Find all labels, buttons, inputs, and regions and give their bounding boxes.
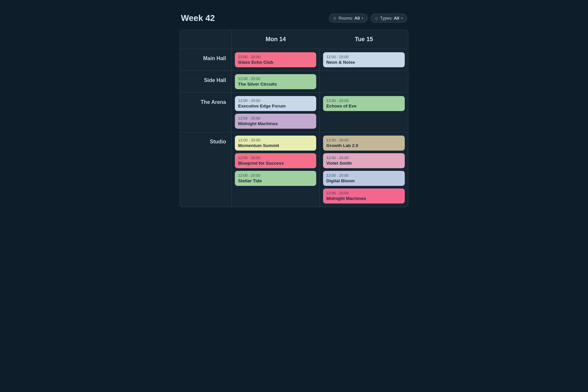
types-filter-button[interactable]: ◇ Types: All ▾ <box>371 14 407 23</box>
page-header: Week 42 ⊙ Rooms: All ▾ ◇ Types: All ▾ <box>180 13 408 23</box>
cell-room1-mon: 12:00 - 20:00The Silver Circuits <box>232 71 320 92</box>
event-name-room2-mon-0: Executive Edge Forum <box>238 104 313 108</box>
room-label-0: Main Hall <box>180 49 232 71</box>
rooms-value-text: All <box>354 16 360 21</box>
room-row-2: The Arena12:00 - 20:00Executive Edge For… <box>180 93 408 132</box>
calendar-grid: Mon 14 Tue 15 Main Hall12:00 - 20:00Glas… <box>180 30 408 207</box>
room-name-0: Main Hall <box>203 56 226 61</box>
rooms-icon: ⊙ <box>333 16 336 21</box>
room-row-3: Studio12:00 - 20:00Momentum Summit12:00 … <box>180 132 408 207</box>
event-card-room3-tue-2[interactable]: 12:00 - 20:00Digital Bloom <box>323 171 405 186</box>
event-name-room3-tue-1: Violet Smith <box>326 161 401 166</box>
event-name-room0-tue-0: Neon & Noise <box>326 60 401 65</box>
event-card-room3-tue-0[interactable]: 12:00 - 20:00Growth Lab 2.0 <box>323 136 405 151</box>
event-time-room2-mon-0: 12:00 - 20:00 <box>238 99 313 103</box>
event-time-room2-tue-0: 12:00 - 20:00 <box>326 99 401 103</box>
event-time-room3-tue-3: 12:00 - 20:00 <box>326 191 401 195</box>
header-filters: ⊙ Rooms: All ▾ ◇ Types: All ▾ <box>329 14 407 23</box>
event-time-room3-tue-1: 12:00 - 20:00 <box>326 156 401 160</box>
event-name-room3-tue-0: Growth Lab 2.0 <box>326 143 401 148</box>
room-name-1: Side Hall <box>204 77 226 83</box>
event-card-room3-mon-1[interactable]: 12:00 - 20:00Blueprint for Success <box>235 153 316 168</box>
day-header-tue: Tue 15 <box>320 30 408 49</box>
cell-room3-mon: 12:00 - 20:00Momentum Summit12:00 - 20:0… <box>232 132 320 207</box>
day-header-mon: Mon 14 <box>232 30 320 49</box>
event-name-room3-mon-2: Stellar Tide <box>238 178 313 183</box>
rooms-label-text: Rooms: <box>338 16 353 21</box>
event-name-room3-tue-3: Midnight Machines <box>326 196 401 201</box>
event-name-room3-mon-1: Blueprint for Success <box>238 161 313 166</box>
event-name-room3-mon-0: Momentum Summit <box>238 143 313 148</box>
event-card-room0-tue-0[interactable]: 12:00 - 20:00Neon & Noise <box>323 52 405 67</box>
event-card-room0-mon-0[interactable]: 12:00 - 20:00Glass Echo Club <box>235 52 316 67</box>
cell-room0-mon: 12:00 - 20:00Glass Echo Club <box>232 49 320 71</box>
room-label-1: Side Hall <box>180 71 232 92</box>
rooms-chevron-icon: ▾ <box>362 16 363 20</box>
room-name-3: Studio <box>210 139 226 145</box>
event-name-room0-mon-0: Glass Echo Club <box>238 60 313 65</box>
types-value-text: All <box>394 16 399 21</box>
event-time-room1-mon-0: 12:00 - 20:00 <box>238 77 313 81</box>
room-row-1: Side Hall12:00 - 20:00The Silver Circuit… <box>180 71 408 93</box>
types-chevron-icon: ▾ <box>401 16 403 20</box>
types-filter-label: Types: All <box>380 16 399 21</box>
room-name-2: The Arena <box>201 99 226 105</box>
room-label-2: The Arena <box>180 93 232 132</box>
cell-room0-tue: 12:00 - 20:00Neon & Noise <box>320 49 408 71</box>
event-name-room1-mon-0: The Silver Circuits <box>238 82 313 87</box>
page-wrapper: Week 42 ⊙ Rooms: All ▾ ◇ Types: All ▾ <box>180 13 408 207</box>
types-label-text: Types: <box>380 16 392 21</box>
calendar-body: Main Hall12:00 - 20:00Glass Echo Club12:… <box>180 49 408 207</box>
cell-room2-mon: 12:00 - 20:00Executive Edge Forum12:00 -… <box>232 93 320 132</box>
event-card-room3-mon-2[interactable]: 12:00 - 20:00Stellar Tide <box>235 171 316 186</box>
event-time-room0-tue-0: 12:00 - 20:00 <box>326 55 401 59</box>
event-time-room3-mon-0: 12:00 - 20:00 <box>238 138 313 142</box>
event-time-room0-mon-0: 12:00 - 20:00 <box>238 55 313 59</box>
types-icon: ◇ <box>375 16 378 21</box>
event-card-room3-mon-0[interactable]: 12:00 - 20:00Momentum Summit <box>235 136 316 151</box>
week-title: Week 42 <box>181 13 215 23</box>
cell-room2-tue: 12:00 - 20:00Echoes of Eve <box>320 93 408 132</box>
header-empty-cell <box>180 30 232 49</box>
event-card-room3-tue-1[interactable]: 12:00 - 20:00Violet Smith <box>323 153 405 168</box>
calendar-header-row: Mon 14 Tue 15 <box>180 30 408 49</box>
event-time-room3-mon-1: 12:00 - 20:00 <box>238 156 313 160</box>
event-name-room2-mon-1: Midnight Machines <box>238 121 313 126</box>
event-card-room2-mon-1[interactable]: 12:00 - 20:00Midnight Machines <box>235 114 316 129</box>
event-card-room3-tue-3[interactable]: 12:00 - 20:00Midnight Machines <box>323 188 405 204</box>
cell-room3-tue: 12:00 - 20:00Growth Lab 2.012:00 - 20:00… <box>320 132 408 207</box>
event-card-room2-tue-0[interactable]: 12:00 - 20:00Echoes of Eve <box>323 96 405 111</box>
rooms-filter-label: Rooms: All <box>338 16 360 21</box>
event-card-room2-mon-0[interactable]: 12:00 - 20:00Executive Edge Forum <box>235 96 316 111</box>
event-time-room3-mon-2: 12:00 - 20:00 <box>238 173 313 177</box>
event-time-room3-tue-0: 12:00 - 20:00 <box>326 138 401 142</box>
event-card-room1-mon-0[interactable]: 12:00 - 20:00The Silver Circuits <box>235 74 316 89</box>
event-time-room3-tue-2: 12:00 - 20:00 <box>326 173 401 177</box>
room-label-3: Studio <box>180 132 232 207</box>
room-row-0: Main Hall12:00 - 20:00Glass Echo Club12:… <box>180 49 408 71</box>
event-time-room2-mon-1: 12:00 - 20:00 <box>238 116 313 120</box>
rooms-filter-button[interactable]: ⊙ Rooms: All ▾ <box>329 14 368 23</box>
cell-room1-tue <box>320 71 408 92</box>
event-name-room2-tue-0: Echoes of Eve <box>326 104 401 108</box>
event-name-room3-tue-2: Digital Bloom <box>326 178 401 183</box>
